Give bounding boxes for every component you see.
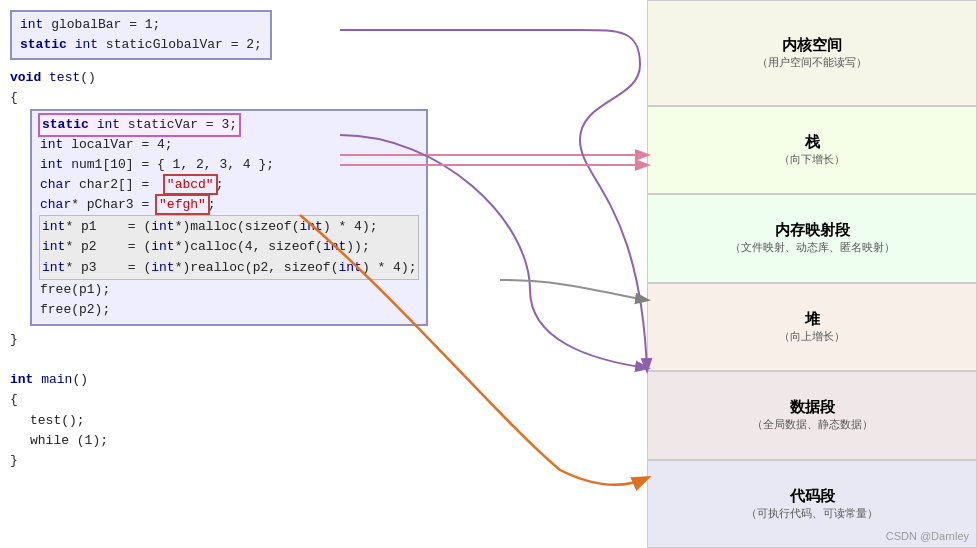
pchar3-line: char* pChar3 = "efgh"; xyxy=(40,195,418,215)
code-line: int localVar = 4; xyxy=(40,135,418,155)
static-var-line: static int staticVar = 3; xyxy=(40,115,239,135)
char2-line: char char2[] = "abcd"; xyxy=(40,175,418,195)
segment-data: 数据段 （全局数据、静态数据） xyxy=(647,371,977,459)
malloc-line: int* p1 = (int*)malloc(sizeof(int) * 4);… xyxy=(40,216,418,278)
segment-heap: 堆 （向上增长） xyxy=(647,283,977,371)
data-title: 数据段 xyxy=(790,398,835,417)
code-title: 代码段 xyxy=(790,487,835,506)
main-container: int globalBar = 1; static int staticGlob… xyxy=(0,0,977,548)
main-decl: int main() xyxy=(10,370,620,390)
code-line: static int staticGlobalVar = 2; xyxy=(20,35,262,55)
main-body-1: test(); xyxy=(10,411,620,431)
heap-title: 堆 xyxy=(805,310,820,329)
kernel-title: 内核空间 xyxy=(782,36,842,55)
code-line: int num1[10] = { 1, 2, 3, 4 }; xyxy=(40,155,418,175)
brace-open: { xyxy=(10,88,620,108)
segment-kernel: 内核空间 （用户空间不能读写） xyxy=(647,0,977,106)
brace-open2: { xyxy=(10,390,620,410)
func-decl: void test() xyxy=(10,68,620,88)
data-sub: （全局数据、静态数据） xyxy=(752,417,873,432)
memory-panel: 内核空间 （用户空间不能读写） 栈 （向下增长） 内存映射段 （文件映射、动态库… xyxy=(647,0,977,548)
segment-mmap: 内存映射段 （文件映射、动态库、匿名映射） xyxy=(647,194,977,282)
segment-stack: 栈 （向下增长） xyxy=(647,106,977,194)
brace-close2: } xyxy=(10,451,620,471)
code-sub: （可执行代码、可读常量） xyxy=(746,506,878,521)
kernel-sub: （用户空间不能读写） xyxy=(757,55,867,70)
mmap-title: 内存映射段 xyxy=(775,221,850,240)
watermark: CSDN @Darnley xyxy=(886,530,969,542)
code-line: int globalBar = 1; xyxy=(20,15,262,35)
code-panel: int globalBar = 1; static int staticGlob… xyxy=(0,0,630,548)
mmap-sub: （文件映射、动态库、匿名映射） xyxy=(730,240,895,255)
stack-title: 栈 xyxy=(805,133,820,152)
brace-close: } xyxy=(10,330,620,350)
test-body-box: static int staticVar = 3; int localVar =… xyxy=(30,109,428,326)
main-body-2: while (1); xyxy=(10,431,620,451)
global-vars-box: int globalBar = 1; static int staticGlob… xyxy=(10,10,272,60)
stack-sub: （向下增长） xyxy=(779,152,845,167)
heap-sub: （向上增长） xyxy=(779,329,845,344)
free-p2: free(p2); xyxy=(40,300,418,320)
free-p1: free(p1); xyxy=(40,280,418,300)
